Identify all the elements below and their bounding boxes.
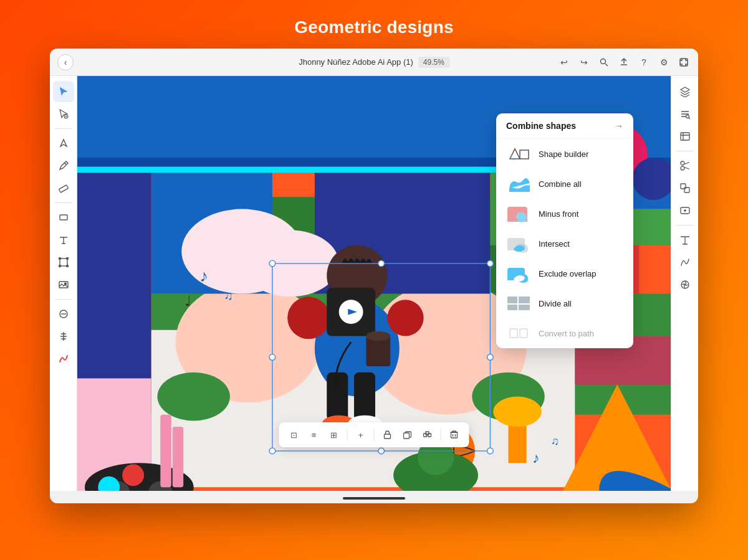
svg-rect-99: [451, 432, 458, 438]
align-tool[interactable]: [53, 326, 74, 347]
settings-button[interactable]: ⚙: [657, 55, 671, 69]
delete-btn[interactable]: [446, 426, 463, 444]
pen-tool[interactable]: [53, 133, 74, 154]
svg-point-112: [681, 161, 684, 165]
svg-rect-94: [385, 434, 391, 439]
combine-popup-arrow[interactable]: →: [615, 121, 623, 131]
right-divider-2: [676, 225, 694, 225]
svg-point-62: [157, 373, 230, 421]
svg-rect-49: [327, 373, 348, 421]
svg-point-103: [513, 158, 515, 160]
eraser-tool[interactable]: [53, 178, 74, 199]
svg-point-90: [487, 354, 494, 361]
combine-popup-header: Combine shapes →: [496, 113, 633, 139]
svg-text:♫: ♫: [224, 288, 233, 302]
svg-point-86: [269, 260, 276, 267]
divide-all-label: Divide all: [539, 299, 572, 308]
svg-rect-50: [354, 373, 375, 421]
intersect-item[interactable]: Intersect: [496, 229, 633, 259]
svg-point-110: [686, 115, 689, 118]
distribute-btn[interactable]: ⊞: [325, 426, 343, 444]
properties-panel-btn[interactable]: [674, 103, 696, 125]
svg-text:♪: ♪: [199, 266, 208, 285]
shape-builder-label: Shape builder: [539, 149, 588, 159]
help-button[interactable]: ?: [637, 55, 651, 69]
select-tool[interactable]: [53, 81, 74, 102]
svg-point-47: [287, 297, 330, 339]
direct-select-tool[interactable]: [53, 103, 74, 125]
svg-text:♫: ♫: [550, 435, 559, 447]
toolbar-divider-2: [55, 202, 72, 203]
exclude-overlap-icon: [506, 264, 531, 283]
layers-panel-btn[interactable]: [674, 81, 696, 102]
svg-point-0: [601, 59, 606, 64]
intersect-icon: [506, 234, 531, 253]
scissors-btn[interactable]: [674, 155, 696, 176]
stroke-tool[interactable]: [53, 348, 74, 369]
nav-back-button[interactable]: ‹: [57, 54, 74, 70]
minus-front-item[interactable]: Minus front: [496, 199, 633, 229]
shape-builder-item[interactable]: Shape builder: [496, 139, 633, 169]
svg-rect-115: [684, 187, 689, 192]
intersect-label: Intersect: [539, 239, 570, 249]
effects-btn[interactable]: [674, 274, 696, 295]
page-title: Geometric designs: [294, 17, 453, 37]
expand-button[interactable]: [677, 55, 691, 69]
svg-rect-6: [60, 259, 67, 266]
shape-builder-icon: [506, 145, 531, 163]
svg-rect-2: [680, 59, 688, 66]
pathfinder-btn[interactable]: [674, 178, 696, 199]
combine-shapes-popup: Combine shapes → Shape builder: [496, 113, 633, 348]
minus-front-icon: [506, 204, 531, 223]
image-tool[interactable]: [53, 274, 74, 295]
svg-rect-109: [520, 329, 527, 338]
libraries-panel-btn[interactable]: [674, 126, 696, 147]
rectangle-tool[interactable]: [53, 207, 74, 228]
link-btn[interactable]: [674, 200, 696, 221]
svg-point-8: [66, 258, 68, 260]
svg-rect-105: [519, 297, 530, 303]
floating-divider-2: [374, 429, 375, 441]
lock-btn[interactable]: [379, 426, 396, 444]
minus-front-label: Minus front: [539, 209, 578, 219]
svg-text:♪: ♪: [343, 307, 348, 318]
canvas-area[interactable]: ♪ ♫ ♩ ♪: [77, 76, 671, 491]
combine-all-item[interactable]: Combine all: [496, 169, 633, 199]
svg-text:♪: ♪: [532, 450, 540, 466]
right-divider-1: [676, 151, 694, 151]
text-tool[interactable]: [53, 229, 74, 250]
title-bar-center: Jhonny Núñez Adobe Ai App (1) 49.5%: [299, 57, 449, 68]
type-panel-btn[interactable]: [674, 229, 696, 250]
svg-rect-5: [60, 215, 67, 220]
divide-all-item[interactable]: Divide all: [496, 288, 633, 318]
curve-btn[interactable]: [674, 252, 696, 273]
pencil-tool[interactable]: [53, 155, 74, 176]
svg-point-61: [366, 331, 390, 341]
share-button[interactable]: [617, 55, 631, 69]
right-panel: [671, 76, 698, 491]
svg-rect-114: [681, 184, 686, 189]
svg-text:♩: ♩: [185, 293, 191, 309]
svg-rect-78: [160, 415, 171, 488]
search-button[interactable]: [597, 55, 611, 69]
group-btn[interactable]: [419, 426, 436, 444]
svg-point-76: [122, 464, 144, 486]
duplicate-btn[interactable]: [399, 426, 416, 444]
bottom-bar: [50, 491, 698, 503]
exclude-overlap-item[interactable]: Exclude overlap: [496, 259, 633, 288]
svg-point-70: [493, 397, 542, 427]
undo-button[interactable]: ↩: [557, 55, 571, 69]
svg-rect-4: [59, 185, 68, 192]
toolbar-divider-3: [55, 299, 72, 300]
align-list-btn[interactable]: ≡: [305, 426, 323, 444]
crop-tool-btn[interactable]: ⊡: [285, 426, 303, 444]
transform-tool[interactable]: [53, 252, 74, 273]
redo-button[interactable]: ↪: [577, 55, 591, 69]
title-bar-right: ↩ ↪ ? ⚙: [557, 55, 691, 69]
add-btn[interactable]: +: [352, 426, 370, 444]
zoom-level[interactable]: 49.5%: [418, 57, 449, 68]
svg-point-48: [387, 300, 423, 336]
floating-divider-1: [347, 429, 348, 441]
minus-tool[interactable]: [53, 303, 74, 325]
svg-point-87: [378, 260, 385, 267]
